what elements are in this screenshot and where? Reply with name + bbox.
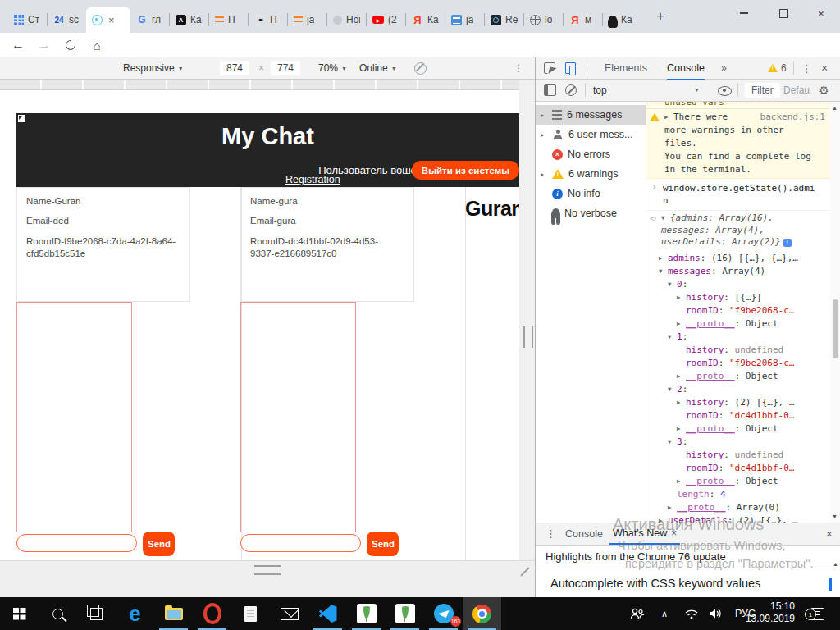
info-badge-icon[interactable]: i xyxy=(783,239,792,247)
console-settings-gear-icon[interactable]: ⚙ xyxy=(819,84,829,97)
tree-row-userDetails[interactable]: ▶userDetails: (2) [{…}, … xyxy=(646,514,830,523)
more-tabs-icon[interactable]: » xyxy=(721,57,727,79)
console-filter-input[interactable]: Filter xyxy=(745,83,780,98)
tree-row-roomID[interactable]: roomID: "f9be2068-c… xyxy=(646,357,830,370)
new-tab-button[interactable]: + xyxy=(656,8,664,25)
source-link[interactable]: backend.js:1 xyxy=(760,111,825,124)
tree-row-history[interactable]: history: undefined xyxy=(646,449,830,462)
log-levels-select[interactable]: Defau xyxy=(783,84,810,96)
tree-row-0[interactable]: ▼0: xyxy=(646,278,830,291)
clock[interactable]: 15:1013.09.2019 xyxy=(742,600,795,630)
device-width-input[interactable]: 874 xyxy=(220,57,249,79)
expander-icon[interactable]: ▼ xyxy=(668,278,677,291)
console-sidebar-messages[interactable]: ▸6 messages xyxy=(536,105,646,125)
tree-row-history[interactable]: history: undefined xyxy=(646,344,830,357)
browser-tab-11[interactable]: ja xyxy=(445,7,484,33)
tree-row-__proto__[interactable]: ▶__proto__: Object xyxy=(646,475,830,488)
expander-icon[interactable]: ▶ xyxy=(677,422,686,436)
tree-row-__proto__[interactable]: ▶__proto__: Object xyxy=(646,317,830,331)
drawer-tab-console[interactable]: Console xyxy=(565,523,603,545)
taskbar-opera[interactable] xyxy=(193,597,231,630)
browser-tab-13[interactable]: lo xyxy=(524,7,563,33)
tree-row-roomID[interactable]: roomID: "dc4d1bbf-0… xyxy=(646,462,830,475)
scroll-up-icon[interactable]: ▲ xyxy=(832,105,838,111)
expander-icon[interactable]: ▶ xyxy=(677,396,686,409)
tree-row-admins[interactable]: ▶admins: (16) [{…}, {…},… xyxy=(646,252,830,265)
console-sidebar-warnings[interactable]: ▸6 warnings xyxy=(536,164,646,184)
devtools-close-icon[interactable]: × xyxy=(821,57,828,79)
browser-tab-10[interactable]: ЯКа xyxy=(406,7,445,33)
tab-elements[interactable]: Elements xyxy=(605,57,647,79)
maximize-button[interactable] xyxy=(765,0,802,26)
inspect-element-icon[interactable] xyxy=(544,62,555,74)
live-expression-eye-icon[interactable] xyxy=(718,86,732,96)
clipped-warning-row[interactable]: unused vars xyxy=(646,102,830,109)
browser-tab-14[interactable]: Ям xyxy=(564,7,602,33)
send-button-1[interactable]: Send xyxy=(143,532,175,556)
clear-console-icon[interactable] xyxy=(565,84,577,96)
expander-icon[interactable]: ▶ xyxy=(659,514,668,523)
browser-tab-15[interactable]: Ка xyxy=(603,7,641,33)
close-button[interactable]: × xyxy=(802,0,840,26)
taskbar-mongodb-2[interactable] xyxy=(386,597,424,630)
tree-row-1[interactable]: ▼1: xyxy=(646,331,830,344)
devtools-menu-icon[interactable]: ⋮ xyxy=(801,57,812,79)
object-preview[interactable]: ▼{admins: Array(16), messages: Array(4),… xyxy=(661,212,822,249)
expander-icon[interactable]: ▼ xyxy=(668,331,677,344)
viewport-height-resize-handle[interactable] xyxy=(254,565,281,575)
device-toolbar-toggle-icon[interactable] xyxy=(565,62,576,74)
execution-context-select[interactable]: top xyxy=(593,84,607,96)
browser-tab-7[interactable]: ja xyxy=(288,7,326,33)
tree-row-__proto__[interactable]: ▶__proto__: Array(0) xyxy=(646,501,830,514)
tree-row-3[interactable]: ▼3: xyxy=(646,436,830,449)
taskbar-search[interactable] xyxy=(39,597,77,630)
taskbar-telegram[interactable]: 163 xyxy=(424,597,463,630)
tree-row-__proto__[interactable]: ▶__proto__: Object xyxy=(646,370,830,383)
network-throttle-select[interactable]: Online▼ xyxy=(359,57,397,79)
taskbar-task-view[interactable] xyxy=(77,597,116,630)
browser-tab-0[interactable]: Ст xyxy=(8,7,47,33)
back-button[interactable]: ← xyxy=(7,33,30,57)
console-scrollbar[interactable]: ▲ ▼ xyxy=(830,102,840,523)
tree-row-history[interactable]: ▶history: (2) [{…}, … xyxy=(646,396,830,409)
tree-row-roomID[interactable]: roomID: "f9be2068-c… xyxy=(646,304,830,317)
scroll-down-icon[interactable]: ▼ xyxy=(832,514,838,519)
forward-button[interactable]: → xyxy=(33,33,56,57)
taskbar-mail[interactable] xyxy=(270,597,308,630)
taskbar-start[interactable] xyxy=(0,597,39,630)
console-sidebar-user-messages[interactable]: ▸6 user mess... xyxy=(536,125,646,144)
disclosure-arrow-icon[interactable]: ▸ xyxy=(541,131,547,139)
scroll-up-icon[interactable]: ▲ xyxy=(833,561,838,567)
disclosure-arrow-icon[interactable]: ▸ xyxy=(541,171,547,178)
tree-row-roomID[interactable]: roomID: "dc4d1bbf-0… xyxy=(646,409,830,422)
browser-tab-5[interactable]: П xyxy=(209,7,248,33)
expander-icon[interactable]: ▶ xyxy=(659,252,668,265)
tree-row-__proto__[interactable]: ▶__proto__: Object xyxy=(646,422,830,436)
expander-icon[interactable]: ▶ xyxy=(664,111,673,124)
browser-tab-1[interactable]: 24sc xyxy=(48,7,86,33)
action-center-icon[interactable]: 1 xyxy=(810,597,824,630)
taskbar-edge[interactable]: e xyxy=(116,597,154,630)
scrollbar-thumb[interactable] xyxy=(833,299,838,358)
tab-close-icon[interactable]: × xyxy=(108,14,115,26)
console-sidebar-errors[interactable]: No errors xyxy=(536,144,646,164)
expander-icon[interactable]: ▼ xyxy=(668,436,677,449)
browser-tab-12[interactable]: Re xyxy=(485,7,523,33)
viewport-width-resize-handle[interactable] xyxy=(523,326,533,348)
console-sidebar-info[interactable]: No info xyxy=(536,184,646,203)
reload-button[interactable] xyxy=(59,33,82,57)
console-warning-row[interactable]: backend.js:1 ▶There were more warnings i… xyxy=(646,109,830,179)
minimize-button[interactable] xyxy=(725,0,763,26)
warning-count-badge[interactable]: 6 xyxy=(768,62,787,74)
people-icon[interactable] xyxy=(630,597,645,630)
scrollbar-thumb[interactable] xyxy=(829,578,832,591)
drawer-menu-icon[interactable]: ⋮ xyxy=(546,527,556,540)
console-command-row[interactable]: › window.store.getState().admin xyxy=(646,179,830,211)
whats-new-item[interactable]: Autocomplete with CSS keyword values xyxy=(536,568,840,598)
browser-tab-4[interactable]: AКа xyxy=(170,7,208,33)
browser-tab-2[interactable]: × xyxy=(86,7,130,33)
browser-tab-3[interactable]: Gгл xyxy=(130,7,169,33)
taskbar-mongodb[interactable] xyxy=(347,597,386,630)
expander-icon[interactable]: ▼ xyxy=(661,212,670,225)
home-button[interactable]: ⌂ xyxy=(85,33,108,57)
